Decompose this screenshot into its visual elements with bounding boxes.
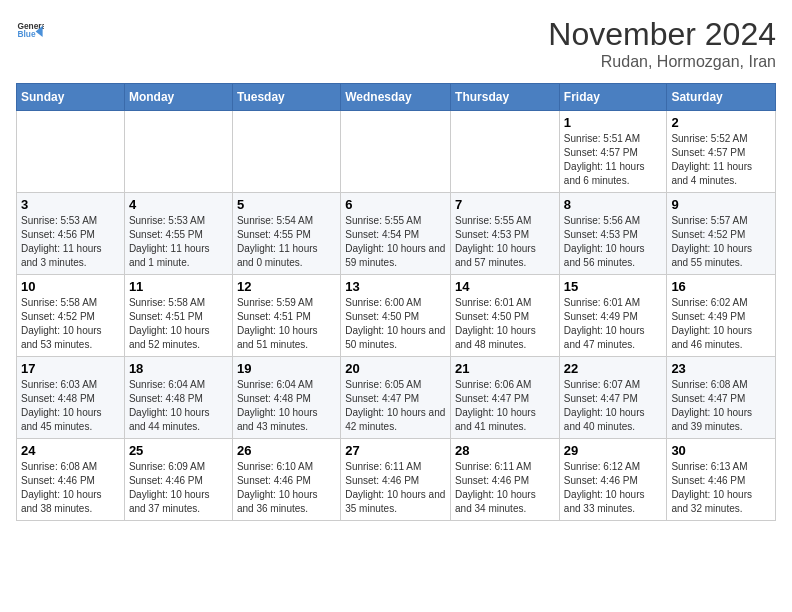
day-info: Sunrise: 6:02 AM Sunset: 4:49 PM Dayligh…	[671, 296, 771, 352]
calendar-cell: 6Sunrise: 5:55 AM Sunset: 4:54 PM Daylig…	[341, 193, 451, 275]
location-title: Rudan, Hormozgan, Iran	[548, 53, 776, 71]
calendar-cell: 9Sunrise: 5:57 AM Sunset: 4:52 PM Daylig…	[667, 193, 776, 275]
day-info: Sunrise: 6:13 AM Sunset: 4:46 PM Dayligh…	[671, 460, 771, 516]
day-number: 30	[671, 443, 771, 458]
calendar-cell: 23Sunrise: 6:08 AM Sunset: 4:47 PM Dayli…	[667, 357, 776, 439]
calendar-cell: 1Sunrise: 5:51 AM Sunset: 4:57 PM Daylig…	[559, 111, 667, 193]
day-info: Sunrise: 5:58 AM Sunset: 4:52 PM Dayligh…	[21, 296, 120, 352]
calendar-cell: 15Sunrise: 6:01 AM Sunset: 4:49 PM Dayli…	[559, 275, 667, 357]
day-info: Sunrise: 5:53 AM Sunset: 4:55 PM Dayligh…	[129, 214, 228, 270]
day-info: Sunrise: 6:01 AM Sunset: 4:49 PM Dayligh…	[564, 296, 663, 352]
day-number: 27	[345, 443, 446, 458]
day-number: 2	[671, 115, 771, 130]
weekday-header-monday: Monday	[124, 84, 232, 111]
title-block: November 2024 Rudan, Hormozgan, Iran	[548, 16, 776, 71]
day-info: Sunrise: 6:10 AM Sunset: 4:46 PM Dayligh…	[237, 460, 336, 516]
svg-text:Blue: Blue	[17, 29, 35, 39]
day-info: Sunrise: 6:01 AM Sunset: 4:50 PM Dayligh…	[455, 296, 555, 352]
day-info: Sunrise: 5:55 AM Sunset: 4:53 PM Dayligh…	[455, 214, 555, 270]
logo-icon: General Blue	[16, 16, 44, 44]
day-number: 12	[237, 279, 336, 294]
day-number: 1	[564, 115, 663, 130]
weekday-header-wednesday: Wednesday	[341, 84, 451, 111]
calendar-cell	[451, 111, 560, 193]
weekday-header-sunday: Sunday	[17, 84, 125, 111]
day-info: Sunrise: 5:57 AM Sunset: 4:52 PM Dayligh…	[671, 214, 771, 270]
day-number: 23	[671, 361, 771, 376]
calendar-week-1: 1Sunrise: 5:51 AM Sunset: 4:57 PM Daylig…	[17, 111, 776, 193]
day-number: 7	[455, 197, 555, 212]
day-number: 14	[455, 279, 555, 294]
calendar-cell: 17Sunrise: 6:03 AM Sunset: 4:48 PM Dayli…	[17, 357, 125, 439]
day-number: 3	[21, 197, 120, 212]
calendar-table: SundayMondayTuesdayWednesdayThursdayFrid…	[16, 83, 776, 521]
weekday-header-tuesday: Tuesday	[232, 84, 340, 111]
day-info: Sunrise: 6:09 AM Sunset: 4:46 PM Dayligh…	[129, 460, 228, 516]
calendar-cell	[124, 111, 232, 193]
logo: General Blue	[16, 16, 44, 44]
weekday-header-friday: Friday	[559, 84, 667, 111]
day-number: 22	[564, 361, 663, 376]
calendar-cell: 27Sunrise: 6:11 AM Sunset: 4:46 PM Dayli…	[341, 439, 451, 521]
day-info: Sunrise: 6:00 AM Sunset: 4:50 PM Dayligh…	[345, 296, 446, 352]
calendar-cell: 14Sunrise: 6:01 AM Sunset: 4:50 PM Dayli…	[451, 275, 560, 357]
calendar-cell: 26Sunrise: 6:10 AM Sunset: 4:46 PM Dayli…	[232, 439, 340, 521]
day-info: Sunrise: 5:51 AM Sunset: 4:57 PM Dayligh…	[564, 132, 663, 188]
day-number: 26	[237, 443, 336, 458]
calendar-cell: 25Sunrise: 6:09 AM Sunset: 4:46 PM Dayli…	[124, 439, 232, 521]
calendar-cell	[232, 111, 340, 193]
calendar-week-4: 17Sunrise: 6:03 AM Sunset: 4:48 PM Dayli…	[17, 357, 776, 439]
day-number: 25	[129, 443, 228, 458]
calendar-cell: 10Sunrise: 5:58 AM Sunset: 4:52 PM Dayli…	[17, 275, 125, 357]
page-header: General Blue November 2024 Rudan, Hormoz…	[16, 16, 776, 71]
calendar-cell: 16Sunrise: 6:02 AM Sunset: 4:49 PM Dayli…	[667, 275, 776, 357]
day-info: Sunrise: 6:08 AM Sunset: 4:47 PM Dayligh…	[671, 378, 771, 434]
day-info: Sunrise: 6:04 AM Sunset: 4:48 PM Dayligh…	[129, 378, 228, 434]
day-number: 17	[21, 361, 120, 376]
calendar-cell: 22Sunrise: 6:07 AM Sunset: 4:47 PM Dayli…	[559, 357, 667, 439]
day-info: Sunrise: 5:58 AM Sunset: 4:51 PM Dayligh…	[129, 296, 228, 352]
day-info: Sunrise: 6:11 AM Sunset: 4:46 PM Dayligh…	[455, 460, 555, 516]
day-info: Sunrise: 6:11 AM Sunset: 4:46 PM Dayligh…	[345, 460, 446, 516]
day-info: Sunrise: 5:56 AM Sunset: 4:53 PM Dayligh…	[564, 214, 663, 270]
day-info: Sunrise: 5:52 AM Sunset: 4:57 PM Dayligh…	[671, 132, 771, 188]
calendar-cell	[341, 111, 451, 193]
day-number: 13	[345, 279, 446, 294]
day-info: Sunrise: 6:12 AM Sunset: 4:46 PM Dayligh…	[564, 460, 663, 516]
day-number: 21	[455, 361, 555, 376]
day-number: 11	[129, 279, 228, 294]
calendar-cell: 7Sunrise: 5:55 AM Sunset: 4:53 PM Daylig…	[451, 193, 560, 275]
calendar-cell: 30Sunrise: 6:13 AM Sunset: 4:46 PM Dayli…	[667, 439, 776, 521]
day-info: Sunrise: 6:03 AM Sunset: 4:48 PM Dayligh…	[21, 378, 120, 434]
calendar-cell: 2Sunrise: 5:52 AM Sunset: 4:57 PM Daylig…	[667, 111, 776, 193]
day-info: Sunrise: 5:59 AM Sunset: 4:51 PM Dayligh…	[237, 296, 336, 352]
day-number: 20	[345, 361, 446, 376]
weekday-header-saturday: Saturday	[667, 84, 776, 111]
day-number: 19	[237, 361, 336, 376]
weekday-header-thursday: Thursday	[451, 84, 560, 111]
day-number: 9	[671, 197, 771, 212]
calendar-cell: 4Sunrise: 5:53 AM Sunset: 4:55 PM Daylig…	[124, 193, 232, 275]
calendar-cell: 18Sunrise: 6:04 AM Sunset: 4:48 PM Dayli…	[124, 357, 232, 439]
day-number: 6	[345, 197, 446, 212]
day-info: Sunrise: 6:06 AM Sunset: 4:47 PM Dayligh…	[455, 378, 555, 434]
day-number: 4	[129, 197, 228, 212]
calendar-cell: 21Sunrise: 6:06 AM Sunset: 4:47 PM Dayli…	[451, 357, 560, 439]
day-number: 5	[237, 197, 336, 212]
day-number: 18	[129, 361, 228, 376]
calendar-cell: 28Sunrise: 6:11 AM Sunset: 4:46 PM Dayli…	[451, 439, 560, 521]
calendar-cell	[17, 111, 125, 193]
day-info: Sunrise: 5:54 AM Sunset: 4:55 PM Dayligh…	[237, 214, 336, 270]
day-info: Sunrise: 6:04 AM Sunset: 4:48 PM Dayligh…	[237, 378, 336, 434]
calendar-cell: 11Sunrise: 5:58 AM Sunset: 4:51 PM Dayli…	[124, 275, 232, 357]
day-info: Sunrise: 5:53 AM Sunset: 4:56 PM Dayligh…	[21, 214, 120, 270]
calendar-cell: 3Sunrise: 5:53 AM Sunset: 4:56 PM Daylig…	[17, 193, 125, 275]
day-number: 10	[21, 279, 120, 294]
day-number: 28	[455, 443, 555, 458]
calendar-cell: 24Sunrise: 6:08 AM Sunset: 4:46 PM Dayli…	[17, 439, 125, 521]
day-info: Sunrise: 6:08 AM Sunset: 4:46 PM Dayligh…	[21, 460, 120, 516]
calendar-cell: 19Sunrise: 6:04 AM Sunset: 4:48 PM Dayli…	[232, 357, 340, 439]
day-info: Sunrise: 6:05 AM Sunset: 4:47 PM Dayligh…	[345, 378, 446, 434]
calendar-week-2: 3Sunrise: 5:53 AM Sunset: 4:56 PM Daylig…	[17, 193, 776, 275]
calendar-week-3: 10Sunrise: 5:58 AM Sunset: 4:52 PM Dayli…	[17, 275, 776, 357]
